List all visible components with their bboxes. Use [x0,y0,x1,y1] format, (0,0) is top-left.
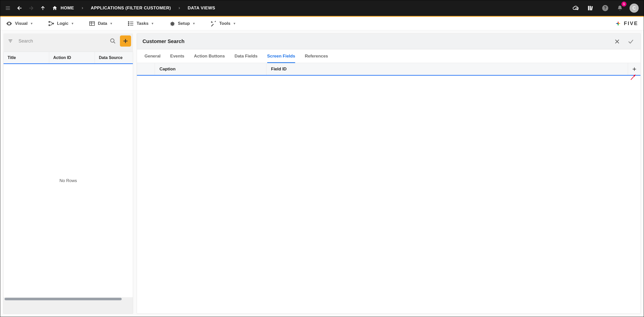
five-logo-icon [615,20,621,27]
brand-logo: FIVE [615,20,638,27]
breadcrumb-home[interactable]: HOME [49,5,77,11]
menu-label: Tasks [137,21,149,26]
notifications-button[interactable]: 1 [615,3,625,13]
avatar-initial: C [633,6,636,11]
menu-tools[interactable]: Tools ▼ [210,20,236,27]
breadcrumb-label: HOME [61,6,74,11]
bell-icon [617,5,623,11]
empty-rows-label: No Rows [60,178,77,183]
nav-up-button[interactable] [38,3,48,13]
hamburger-menu-button[interactable] [3,3,13,13]
logic-icon [48,20,55,27]
left-table-body: No Rows [4,64,133,297]
column-caption[interactable]: Caption [155,63,266,75]
header-actions [613,37,635,46]
menu-visual[interactable]: Visual ▼ [6,20,33,27]
tasks-icon [128,20,134,27]
brand-text: FIVE [624,21,638,26]
caret-down-icon: ▼ [233,22,236,25]
svg-point-6 [576,8,578,9]
top-bar-left: HOME APPLICATIONS (FILTER CUSTOMER) DATA… [3,3,218,13]
help-icon: ? [602,5,609,11]
top-bar: HOME APPLICATIONS (FILTER CUSTOMER) DATA… [0,0,644,16]
arrow-left-icon [16,5,23,11]
tab-screen-fields[interactable]: Screen Fields [267,49,295,63]
svg-point-14 [49,21,50,22]
table-icon [89,20,95,27]
column-field-id[interactable]: Field ID [266,63,628,75]
left-panel: Title Action ID Data Source No Rows [3,33,133,314]
horizontal-scrollbar[interactable] [4,297,133,301]
svg-point-24 [128,23,129,24]
nav-forward-button [26,3,36,13]
cloud-search-button[interactable] [571,3,581,13]
filter-button[interactable] [5,36,15,46]
plus-icon [122,38,129,44]
svg-point-15 [49,25,50,26]
docs-button[interactable] [585,3,596,13]
menu-data[interactable]: Data ▼ [89,20,113,27]
caret-down-icon: ▼ [71,22,74,25]
svg-rect-10 [591,6,593,10]
breadcrumb-label: DATA VIEWS [188,6,215,11]
gear-icon [169,20,175,27]
cloud-search-icon [573,5,579,11]
notification-badge: 1 [621,2,627,7]
menu-tasks[interactable]: Tasks ▼ [128,20,154,27]
svg-point-25 [128,25,129,25]
svg-point-16 [52,23,53,24]
left-table-header: Title Action ID Data Source [4,52,133,64]
add-button[interactable] [120,35,131,47]
svg-point-33 [111,39,114,42]
left-table-footer [4,301,133,313]
tools-icon [210,20,217,27]
scrollbar-thumb[interactable] [5,298,122,300]
column-spacer [137,63,155,75]
tab-references[interactable]: References [305,49,328,63]
column-data-source[interactable]: Data Source [95,52,133,63]
tab-bar: General Events Action Buttons Data Field… [137,49,640,63]
right-table-body [137,76,640,313]
menu-logic[interactable]: Logic ▼ [48,20,74,27]
svg-point-13 [9,23,10,24]
column-action-id[interactable]: Action ID [49,52,95,63]
confirm-button[interactable] [627,37,635,46]
search-icon [110,38,116,44]
caret-down-icon: ▼ [151,22,154,25]
svg-rect-17 [90,22,95,25]
user-avatar[interactable]: C [630,4,639,13]
menu-setup[interactable]: Setup ▼ [169,20,195,27]
search-button[interactable] [108,36,118,46]
books-icon [587,5,594,11]
check-icon [628,38,634,45]
arrow-up-icon [40,5,46,11]
breadcrumb-applications[interactable]: APPLICATIONS (FILTER CUSTOMER) [88,6,173,11]
left-table: Title Action ID Data Source No Rows [3,52,133,314]
chevron-right-icon [175,6,184,10]
column-title[interactable]: Title [4,52,49,63]
help-button[interactable]: ? [600,3,610,13]
breadcrumb-data-views[interactable]: DATA VIEWS [185,6,218,11]
tab-events[interactable]: Events [170,49,184,63]
filter-icon [8,38,13,44]
search-row [3,33,133,49]
breadcrumb-label: APPLICATIONS (FILTER CUSTOMER) [91,6,171,11]
tab-data-fields[interactable]: Data Fields [235,49,258,63]
close-button[interactable] [613,37,621,46]
right-panel-header: Customer Search [137,34,640,49]
body-layout: Title Action ID Data Source No Rows Cust… [0,30,644,317]
menu-bar: Visual ▼ Logic ▼ Data ▼ Tasks ▼ Setup ▼ … [0,17,644,30]
tab-general[interactable]: General [145,49,160,63]
svg-text:?: ? [604,6,606,10]
right-table-header: Caption Field ID [137,63,640,76]
nav-back-button[interactable] [14,3,25,13]
search-input[interactable] [17,37,106,45]
svg-line-34 [114,42,115,43]
caret-down-icon: ▼ [30,22,33,25]
tab-action-buttons[interactable]: Action Buttons [194,49,225,63]
right-panel: Customer Search General Events Action Bu… [137,33,641,314]
page-title: Customer Search [142,38,185,44]
close-icon [614,38,620,45]
add-field-button[interactable] [628,63,640,75]
plus-icon [632,67,637,72]
